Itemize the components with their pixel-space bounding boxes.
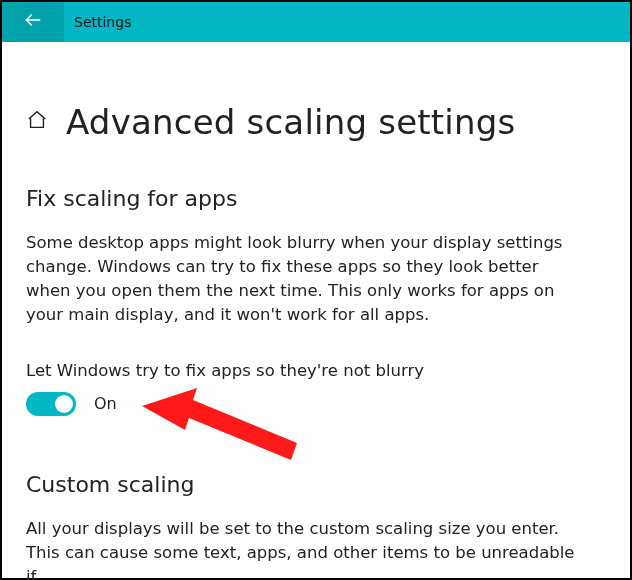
page-title: Advanced scaling settings [66,102,515,142]
back-button[interactable] [2,2,64,42]
fix-scaling-toggle-state: On [94,394,117,413]
toggle-knob [55,395,73,413]
content-area: Advanced scaling settings Fix scaling fo… [2,42,630,580]
section-custom-scaling: Custom scaling All your displays will be… [26,472,606,580]
section-heading-fix-scaling: Fix scaling for apps [26,186,606,211]
section-heading-custom-scaling: Custom scaling [26,472,606,497]
custom-scaling-description: All your displays will be set to the cus… [26,517,586,580]
home-icon[interactable] [26,109,48,135]
fix-scaling-toggle[interactable] [26,392,76,416]
fix-scaling-description: Some desktop apps might look blurry when… [26,231,586,327]
title-bar: Settings [2,2,630,42]
section-fix-scaling: Fix scaling for apps Some desktop apps m… [26,186,606,416]
fix-scaling-toggle-label: Let Windows try to fix apps so they're n… [26,361,606,380]
fix-scaling-toggle-row: On [26,392,606,416]
back-arrow-icon [23,10,43,34]
page-header: Advanced scaling settings [26,102,606,142]
window-title: Settings [64,14,131,30]
